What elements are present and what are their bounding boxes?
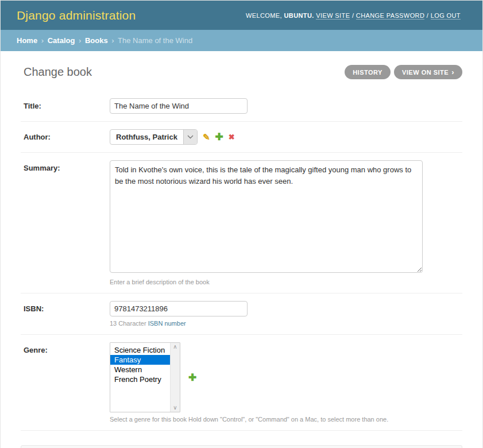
scroll-up-icon[interactable]: ∧ [173, 344, 177, 350]
genre-option-fantasy[interactable]: Fantasy [110, 355, 170, 365]
breadcrumb-home[interactable]: Home [17, 36, 37, 45]
separator: / [427, 12, 431, 19]
username: UBUNTU. [284, 12, 314, 19]
breadcrumb-catalog[interactable]: Catalog [48, 36, 75, 45]
content-area: Change book HISTORY VIEW ON SITE › Title… [1, 51, 482, 448]
form-row-genre: Genre: Science Fiction Fantasy Western F… [21, 335, 462, 431]
welcome-text: WELCOME, [246, 12, 282, 19]
title-label: Title: [24, 98, 110, 114]
breadcrumb: Home › Catalog › Books › The Name of the… [1, 30, 482, 51]
edit-author-icon[interactable]: ✎ [203, 133, 210, 141]
author-select[interactable]: Rothfuss, Patrick [110, 129, 198, 145]
isbn-help-text: 13 Character ISBN number [110, 320, 462, 327]
listbox-scrollbar[interactable]: ∧ ∨ [170, 343, 180, 412]
summary-help-text: Enter a brief description of the book [110, 279, 462, 285]
add-genre-icon[interactable]: ✚ [188, 373, 196, 383]
log-out-link[interactable]: LOG OUT [431, 12, 461, 20]
change-book-form: Title: Author: Rothfuss, Patrick ✎ ✚ [21, 91, 462, 448]
chevron-down-icon [183, 130, 197, 144]
page-title: Change book [24, 65, 92, 79]
breadcrumb-separator: › [40, 36, 45, 45]
breadcrumb-separator: › [110, 36, 115, 45]
scroll-down-icon[interactable]: ∨ [173, 405, 177, 411]
form-row-title: Title: [21, 91, 462, 122]
view-site-link[interactable]: VIEW SITE [316, 12, 350, 20]
chevron-right-icon: › [451, 68, 454, 76]
admin-header: Django administration WELCOME, UBUNTU. V… [1, 1, 482, 30]
isbn-help-prefix: 13 Character [110, 320, 148, 327]
view-on-site-button[interactable]: VIEW ON SITE › [394, 65, 462, 79]
author-select-value: Rothfuss, Patrick [110, 130, 183, 144]
delete-author-icon[interactable]: ✖ [229, 133, 235, 141]
separator: / [352, 12, 356, 19]
breadcrumb-separator: › [77, 36, 83, 45]
history-button[interactable]: HISTORY [345, 65, 391, 79]
form-row-summary: Summary: Told in Kvothe's own voice, thi… [21, 153, 462, 293]
isbn-input[interactable] [110, 301, 248, 316]
breadcrumb-current: The Name of the Wind [118, 36, 192, 45]
genre-option-french-poetry[interactable]: French Poetry [110, 374, 170, 384]
history-button-label: HISTORY [353, 69, 382, 76]
summary-textarea[interactable]: Told in Kvothe's own voice, this is the … [110, 160, 423, 273]
object-tools: HISTORY VIEW ON SITE › [345, 65, 462, 79]
genre-option-science-fiction[interactable]: Science Fiction [110, 345, 170, 355]
genre-help-text: Select a genre for this book Hold down "… [110, 416, 462, 423]
isbn-number-link[interactable]: ISBN number [148, 320, 186, 327]
submit-row: Delete Save and add another Save and con… [21, 445, 462, 448]
isbn-label: ISBN: [24, 301, 110, 327]
view-on-site-label: VIEW ON SITE [402, 69, 449, 76]
form-row-isbn: ISBN: 13 Character ISBN number [21, 293, 462, 335]
summary-label: Summary: [24, 160, 110, 285]
form-row-author: Author: Rothfuss, Patrick ✎ ✚ ✖ [21, 122, 462, 153]
user-tools: WELCOME, UBUNTU. VIEW SITE / CHANGE PASS… [246, 12, 461, 19]
site-title[interactable]: Django administration [17, 9, 136, 22]
breadcrumb-books[interactable]: Books [85, 36, 108, 45]
genre-label: Genre: [24, 342, 110, 423]
author-label: Author: [24, 129, 110, 145]
change-password-link[interactable]: CHANGE PASSWORD [356, 12, 424, 20]
title-input[interactable] [110, 98, 248, 114]
add-author-icon[interactable]: ✚ [215, 132, 223, 142]
genre-option-western[interactable]: Western [110, 365, 170, 374]
genre-multiselect[interactable]: Science Fiction Fantasy Western French P… [110, 342, 180, 412]
